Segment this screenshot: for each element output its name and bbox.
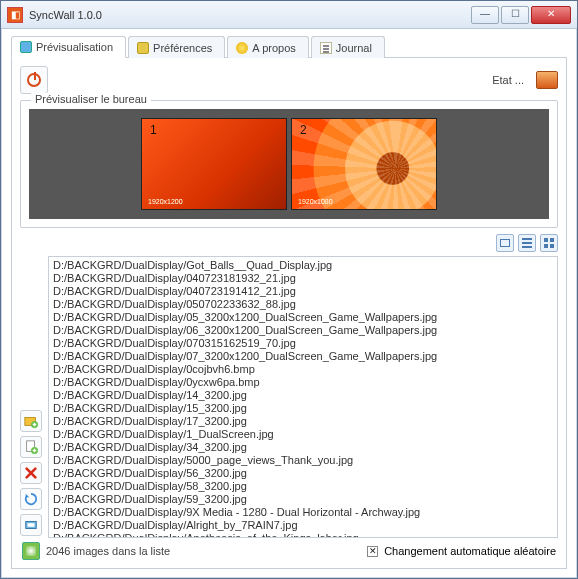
status-icon [22,542,40,560]
svg-rect-5 [28,523,35,527]
list-item[interactable]: D:/BACKGRD/DualDisplay/15_3200.jpg [53,402,553,415]
shuffle-label: Changement automatique aléatoire [384,545,556,557]
list-item[interactable]: D:/BACKGRD/DualDisplay/1_DualScreen.jpg [53,428,553,441]
file-list[interactable]: D:/BACKGRD/DualDisplay/Got_Balls__Quad_D… [48,256,558,538]
list-item[interactable]: D:/BACKGRD/DualDisplay/040723181932_21.j… [53,272,553,285]
list-item[interactable]: D:/BACKGRD/DualDisplay/0cojbvh6.bmp [53,363,553,376]
list-item[interactable]: D:/BACKGRD/DualDisplay/58_3200.jpg [53,480,553,493]
list-item[interactable]: D:/BACKGRD/DualDisplay/06_3200x1200_Dual… [53,324,553,337]
window-title: SyncWall 1.0.0 [29,9,471,21]
close-button[interactable]: ✕ [531,6,571,24]
add-file-button[interactable] [20,436,42,458]
main-panel: Etat ... Prévisualiser le bureau 1 1920x… [11,58,567,569]
list-item[interactable]: D:/BACKGRD/DualDisplay/050702233632_88.j… [53,298,553,311]
image-icon [20,41,32,53]
tab-preview[interactable]: Prévisualisation [11,36,126,58]
journal-icon [320,42,332,54]
maximize-button[interactable]: ☐ [501,6,529,24]
view-list-button[interactable] [518,234,536,252]
app-window: ◧ SyncWall 1.0.0 — ☐ ✕ Prévisualisation … [0,0,578,579]
preview-strip: 1 1920x1200 2 1920x1080 [29,109,549,219]
monitor-1[interactable]: 1 1920x1200 [141,118,287,210]
tab-bar: Prévisualisation Préférences A propos Jo… [11,35,567,58]
refresh-button[interactable] [20,488,42,510]
state-label: Etat ... [492,74,524,86]
list-item[interactable]: D:/BACKGRD/DualDisplay/0ycxw6pa.bmp [53,376,553,389]
list-item[interactable]: D:/BACKGRD/DualDisplay/34_3200.jpg [53,441,553,454]
list-item[interactable]: D:/BACKGRD/DualDisplay/070315162519_70.j… [53,337,553,350]
view-details-button[interactable] [496,234,514,252]
power-icon [27,73,41,87]
list-item[interactable]: D:/BACKGRD/DualDisplay/59_3200.jpg [53,493,553,506]
shuffle-checkbox[interactable]: ✕ [367,546,378,557]
tab-about[interactable]: A propos [227,36,308,58]
list-item[interactable]: D:/BACKGRD/DualDisplay/56_3200.jpg [53,467,553,480]
state-icon[interactable] [536,71,558,89]
minimize-button[interactable]: — [471,6,499,24]
tab-journal[interactable]: Journal [311,36,385,58]
list-item[interactable]: D:/BACKGRD/DualDisplay/5000_page_views_T… [53,454,553,467]
tab-preferences[interactable]: Préférences [128,36,225,58]
list-item[interactable]: D:/BACKGRD/DualDisplay/9X Media - 1280 -… [53,506,553,519]
list-item[interactable]: D:/BACKGRD/DualDisplay/14_3200.jpg [53,389,553,402]
view-grid-button[interactable] [540,234,558,252]
remove-button[interactable] [20,462,42,484]
list-item[interactable]: D:/BACKGRD/DualDisplay/05_3200x1200_Dual… [53,311,553,324]
monitor-2[interactable]: 2 1920x1080 [291,118,437,210]
titlebar[interactable]: ◧ SyncWall 1.0.0 — ☐ ✕ [1,1,577,29]
list-item[interactable]: D:/BACKGRD/DualDisplay/Alright_by_7RAIN7… [53,519,553,532]
app-icon: ◧ [7,7,23,23]
about-icon [236,42,248,54]
list-toolbar [20,256,44,538]
list-item[interactable]: D:/BACKGRD/DualDisplay/07_3200x1200_Dual… [53,350,553,363]
list-item[interactable]: D:/BACKGRD/DualDisplay/040723191412_21.j… [53,285,553,298]
power-button[interactable] [20,66,48,94]
preview-legend: Prévisualiser le bureau [31,93,151,105]
preview-group: Prévisualiser le bureau 1 1920x1200 2 19… [20,100,558,228]
status-count: 2046 images dans la liste [46,545,170,557]
list-item[interactable]: D:/BACKGRD/DualDisplay/Apotheosis_of_the… [53,532,553,538]
apply-button[interactable] [20,514,42,536]
list-item[interactable]: D:/BACKGRD/DualDisplay/17_3200.jpg [53,415,553,428]
preferences-icon [137,42,149,54]
list-item[interactable]: D:/BACKGRD/DualDisplay/Got_Balls__Quad_D… [53,259,553,272]
add-folder-button[interactable] [20,410,42,432]
